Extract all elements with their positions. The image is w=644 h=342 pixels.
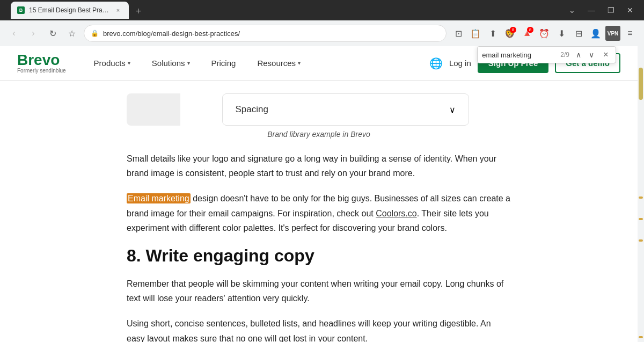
close-button[interactable]: ✕ bbox=[623, 3, 638, 18]
paragraph-2: Email marketing design doesn't have to b… bbox=[127, 191, 511, 235]
solutions-chevron-icon: ▾ bbox=[187, 60, 190, 66]
email-marketing-highlight: Email marketing bbox=[127, 193, 191, 203]
refresh-button[interactable]: ↻ bbox=[45, 26, 60, 41]
login-link[interactable]: Log in bbox=[449, 59, 471, 68]
paragraph-4: Using short, concise sentences, bulleted… bbox=[127, 316, 511, 342]
ext-badge: 8 bbox=[527, 27, 533, 33]
back-button[interactable]: ‹ bbox=[6, 26, 21, 41]
nav-label-pricing: Pricing bbox=[211, 59, 236, 68]
tab-favicon: B bbox=[17, 6, 25, 14]
brave-badge: 8 bbox=[510, 27, 516, 33]
products-chevron-icon: ▾ bbox=[128, 60, 130, 66]
url-text: brevo.com/blog/email-design-best-practic… bbox=[103, 30, 440, 38]
find-close-button[interactable]: × bbox=[601, 49, 611, 60]
nav-item-resources[interactable]: Resources ▾ bbox=[246, 46, 311, 81]
download-icon[interactable]: ⬇ bbox=[554, 26, 569, 41]
toolbar-icons: ⊡ 📋 ⬆ 🦁 8 🔺 8 ⏰ ⬇ ⊟ 👤 VPN ≡ bbox=[451, 26, 638, 41]
scroll-line-4 bbox=[639, 336, 643, 338]
spacing-widget[interactable]: Spacing ∨ bbox=[222, 93, 469, 126]
find-bar: 2/9 ∧ ∨ × bbox=[477, 46, 616, 63]
paragraph-1: Small details like your logo and signatu… bbox=[127, 151, 511, 180]
nav-label-solutions: Solutions bbox=[152, 59, 185, 68]
scrollbar[interactable] bbox=[638, 46, 644, 342]
nav-item-solutions[interactable]: Solutions ▾ bbox=[141, 46, 201, 81]
nav-item-products[interactable]: Products ▾ bbox=[83, 46, 141, 81]
menu-icon[interactable]: ≡ bbox=[623, 26, 638, 41]
find-count: 2/9 bbox=[560, 51, 569, 59]
find-next-button[interactable]: ∨ bbox=[586, 49, 597, 61]
bookmark-button[interactable]: ☆ bbox=[64, 26, 79, 41]
vpn-badge[interactable]: VPN bbox=[605, 26, 620, 41]
active-tab[interactable]: B 15 Email Design Best Practices | × bbox=[11, 2, 129, 19]
nav-label-resources: Resources bbox=[257, 59, 296, 68]
globe-icon[interactable]: 🌐 bbox=[429, 57, 443, 70]
profile-icon[interactable]: 👤 bbox=[588, 26, 603, 41]
resources-chevron-icon: ▾ bbox=[298, 60, 301, 66]
window-controls: ⌄ — ❐ ✕ bbox=[565, 3, 638, 18]
scroll-line-2 bbox=[639, 218, 643, 220]
main-area: 2/9 ∧ ∨ × Brevo Formerly sendinblue Prod… bbox=[0, 46, 638, 342]
tab-title: 15 Email Design Best Practices | bbox=[29, 6, 109, 14]
minimize-button[interactable]: — bbox=[584, 3, 599, 18]
coolors-link[interactable]: Coolors.co bbox=[376, 209, 416, 218]
window-list-button[interactable]: ⌄ bbox=[565, 3, 580, 18]
nav-items: Products ▾ Solutions ▾ Pricing Resources… bbox=[83, 46, 429, 81]
address-bar-row: ‹ › ↻ ☆ 🔒 brevo.com/blog/email-design-be… bbox=[0, 20, 644, 46]
brevo-logo[interactable]: Brevo Formerly sendinblue bbox=[17, 53, 66, 74]
maximize-button[interactable]: ❐ bbox=[603, 3, 618, 18]
find-input[interactable] bbox=[482, 51, 557, 59]
tab-close-button[interactable]: × bbox=[114, 6, 122, 14]
browser-titlebar: B 15 Email Design Best Practices | × + ⌄… bbox=[0, 0, 644, 20]
tab-bar: B 15 Email Design Best Practices | × + bbox=[6, 2, 560, 19]
scroll-line-1 bbox=[639, 197, 643, 199]
browser-frame: B 15 Email Design Best Practices | × + ⌄… bbox=[0, 0, 644, 342]
address-bar[interactable]: 🔒 brevo.com/blog/email-design-best-pract… bbox=[84, 25, 447, 42]
extension-icon[interactable]: 🔺 8 bbox=[519, 26, 535, 41]
brave-icon[interactable]: 🦁 8 bbox=[502, 26, 517, 41]
reader-view-icon[interactable]: ⊡ bbox=[451, 26, 466, 41]
find-prev-button[interactable]: ∧ bbox=[573, 49, 584, 61]
brevo-name: Brevo bbox=[17, 53, 66, 68]
lock-icon: 🔒 bbox=[91, 30, 99, 37]
spacing-label: Spacing bbox=[236, 104, 268, 115]
scroll-line-3 bbox=[639, 239, 643, 242]
image-caption: Brand library example in Brevo bbox=[127, 130, 511, 139]
forward-button[interactable]: › bbox=[26, 26, 41, 41]
section-heading: 8. Write engaging copy bbox=[127, 246, 511, 266]
scroll-thumb[interactable] bbox=[639, 68, 643, 100]
new-tab-button[interactable]: + bbox=[131, 4, 146, 19]
spacing-chevron-icon: ∨ bbox=[449, 105, 456, 115]
upload-icon[interactable]: ⬆ bbox=[485, 26, 500, 41]
page-content: 2/9 ∧ ∨ × Brevo Formerly sendinblue Prod… bbox=[0, 46, 644, 342]
find-nav: ∧ ∨ bbox=[573, 49, 597, 61]
nav-label-products: Products bbox=[94, 59, 126, 68]
sidebar-toggle-icon[interactable]: ⊟ bbox=[571, 26, 586, 41]
paragraph-3: Remember that people will be skimming yo… bbox=[127, 276, 511, 305]
article-body: Spacing ∨ Brand library example in Brevo… bbox=[109, 81, 528, 342]
brevo-sub: Formerly sendinblue bbox=[17, 68, 66, 74]
nav-item-pricing[interactable]: Pricing bbox=[201, 46, 247, 81]
history-icon[interactable]: ⏰ bbox=[537, 26, 552, 41]
share-icon[interactable]: 📋 bbox=[468, 26, 483, 41]
